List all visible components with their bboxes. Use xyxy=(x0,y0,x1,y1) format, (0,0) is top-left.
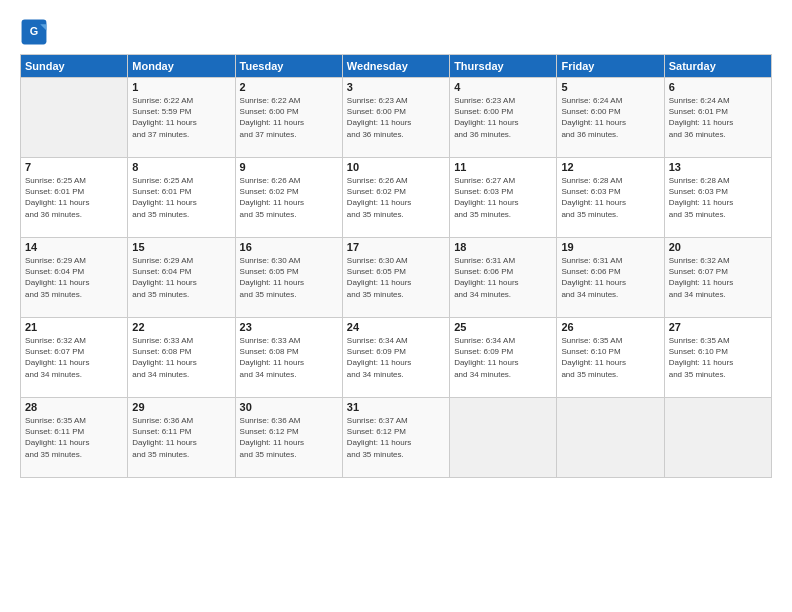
day-number: 12 xyxy=(561,161,659,173)
weekday-header: Friday xyxy=(557,55,664,78)
day-number: 6 xyxy=(669,81,767,93)
cell-content: Sunrise: 6:33 AM Sunset: 6:08 PM Dayligh… xyxy=(240,335,338,380)
calendar-cell: 26Sunrise: 6:35 AM Sunset: 6:10 PM Dayli… xyxy=(557,318,664,398)
weekday-header: Tuesday xyxy=(235,55,342,78)
cell-content: Sunrise: 6:32 AM Sunset: 6:07 PM Dayligh… xyxy=(669,255,767,300)
day-number: 13 xyxy=(669,161,767,173)
calendar-cell: 7Sunrise: 6:25 AM Sunset: 6:01 PM Daylig… xyxy=(21,158,128,238)
logo: G xyxy=(20,18,52,46)
calendar-header: SundayMondayTuesdayWednesdayThursdayFrid… xyxy=(21,55,772,78)
calendar-cell: 5Sunrise: 6:24 AM Sunset: 6:00 PM Daylig… xyxy=(557,78,664,158)
calendar-cell: 8Sunrise: 6:25 AM Sunset: 6:01 PM Daylig… xyxy=(128,158,235,238)
day-number: 30 xyxy=(240,401,338,413)
calendar-cell: 3Sunrise: 6:23 AM Sunset: 6:00 PM Daylig… xyxy=(342,78,449,158)
calendar-cell: 30Sunrise: 6:36 AM Sunset: 6:12 PM Dayli… xyxy=(235,398,342,478)
day-number: 9 xyxy=(240,161,338,173)
header-row: SundayMondayTuesdayWednesdayThursdayFrid… xyxy=(21,55,772,78)
cell-content: Sunrise: 6:29 AM Sunset: 6:04 PM Dayligh… xyxy=(25,255,123,300)
cell-content: Sunrise: 6:28 AM Sunset: 6:03 PM Dayligh… xyxy=(561,175,659,220)
cell-content: Sunrise: 6:24 AM Sunset: 6:00 PM Dayligh… xyxy=(561,95,659,140)
calendar-cell: 12Sunrise: 6:28 AM Sunset: 6:03 PM Dayli… xyxy=(557,158,664,238)
day-number: 22 xyxy=(132,321,230,333)
cell-content: Sunrise: 6:34 AM Sunset: 6:09 PM Dayligh… xyxy=(454,335,552,380)
calendar-cell: 23Sunrise: 6:33 AM Sunset: 6:08 PM Dayli… xyxy=(235,318,342,398)
cell-content: Sunrise: 6:26 AM Sunset: 6:02 PM Dayligh… xyxy=(240,175,338,220)
calendar-cell xyxy=(450,398,557,478)
cell-content: Sunrise: 6:25 AM Sunset: 6:01 PM Dayligh… xyxy=(132,175,230,220)
day-number: 1 xyxy=(132,81,230,93)
calendar-cell xyxy=(21,78,128,158)
day-number: 15 xyxy=(132,241,230,253)
day-number: 31 xyxy=(347,401,445,413)
weekday-header: Sunday xyxy=(21,55,128,78)
calendar-page: G SundayMondayTuesdayWednesdayThursdayFr… xyxy=(0,0,792,612)
cell-content: Sunrise: 6:32 AM Sunset: 6:07 PM Dayligh… xyxy=(25,335,123,380)
day-number: 20 xyxy=(669,241,767,253)
day-number: 18 xyxy=(454,241,552,253)
day-number: 28 xyxy=(25,401,123,413)
calendar-cell: 9Sunrise: 6:26 AM Sunset: 6:02 PM Daylig… xyxy=(235,158,342,238)
weekday-header: Saturday xyxy=(664,55,771,78)
cell-content: Sunrise: 6:22 AM Sunset: 6:00 PM Dayligh… xyxy=(240,95,338,140)
cell-content: Sunrise: 6:35 AM Sunset: 6:10 PM Dayligh… xyxy=(669,335,767,380)
calendar-cell: 19Sunrise: 6:31 AM Sunset: 6:06 PM Dayli… xyxy=(557,238,664,318)
calendar-cell: 16Sunrise: 6:30 AM Sunset: 6:05 PM Dayli… xyxy=(235,238,342,318)
day-number: 14 xyxy=(25,241,123,253)
calendar-body: 1Sunrise: 6:22 AM Sunset: 5:59 PM Daylig… xyxy=(21,78,772,478)
day-number: 2 xyxy=(240,81,338,93)
header: G xyxy=(20,18,772,46)
day-number: 3 xyxy=(347,81,445,93)
calendar-cell xyxy=(664,398,771,478)
calendar-cell: 28Sunrise: 6:35 AM Sunset: 6:11 PM Dayli… xyxy=(21,398,128,478)
day-number: 16 xyxy=(240,241,338,253)
day-number: 19 xyxy=(561,241,659,253)
calendar-cell: 21Sunrise: 6:32 AM Sunset: 6:07 PM Dayli… xyxy=(21,318,128,398)
day-number: 29 xyxy=(132,401,230,413)
cell-content: Sunrise: 6:36 AM Sunset: 6:12 PM Dayligh… xyxy=(240,415,338,460)
calendar-table: SundayMondayTuesdayWednesdayThursdayFrid… xyxy=(20,54,772,478)
calendar-cell: 20Sunrise: 6:32 AM Sunset: 6:07 PM Dayli… xyxy=(664,238,771,318)
cell-content: Sunrise: 6:24 AM Sunset: 6:01 PM Dayligh… xyxy=(669,95,767,140)
cell-content: Sunrise: 6:31 AM Sunset: 6:06 PM Dayligh… xyxy=(561,255,659,300)
day-number: 23 xyxy=(240,321,338,333)
cell-content: Sunrise: 6:35 AM Sunset: 6:10 PM Dayligh… xyxy=(561,335,659,380)
day-number: 26 xyxy=(561,321,659,333)
day-number: 10 xyxy=(347,161,445,173)
calendar-cell: 17Sunrise: 6:30 AM Sunset: 6:05 PM Dayli… xyxy=(342,238,449,318)
calendar-week-row: 21Sunrise: 6:32 AM Sunset: 6:07 PM Dayli… xyxy=(21,318,772,398)
day-number: 11 xyxy=(454,161,552,173)
cell-content: Sunrise: 6:27 AM Sunset: 6:03 PM Dayligh… xyxy=(454,175,552,220)
weekday-header: Thursday xyxy=(450,55,557,78)
calendar-cell: 27Sunrise: 6:35 AM Sunset: 6:10 PM Dayli… xyxy=(664,318,771,398)
calendar-cell: 4Sunrise: 6:23 AM Sunset: 6:00 PM Daylig… xyxy=(450,78,557,158)
cell-content: Sunrise: 6:25 AM Sunset: 6:01 PM Dayligh… xyxy=(25,175,123,220)
cell-content: Sunrise: 6:29 AM Sunset: 6:04 PM Dayligh… xyxy=(132,255,230,300)
day-number: 5 xyxy=(561,81,659,93)
day-number: 7 xyxy=(25,161,123,173)
day-number: 4 xyxy=(454,81,552,93)
calendar-cell: 15Sunrise: 6:29 AM Sunset: 6:04 PM Dayli… xyxy=(128,238,235,318)
calendar-week-row: 7Sunrise: 6:25 AM Sunset: 6:01 PM Daylig… xyxy=(21,158,772,238)
calendar-cell xyxy=(557,398,664,478)
day-number: 8 xyxy=(132,161,230,173)
cell-content: Sunrise: 6:30 AM Sunset: 6:05 PM Dayligh… xyxy=(347,255,445,300)
cell-content: Sunrise: 6:28 AM Sunset: 6:03 PM Dayligh… xyxy=(669,175,767,220)
cell-content: Sunrise: 6:33 AM Sunset: 6:08 PM Dayligh… xyxy=(132,335,230,380)
calendar-cell: 18Sunrise: 6:31 AM Sunset: 6:06 PM Dayli… xyxy=(450,238,557,318)
day-number: 17 xyxy=(347,241,445,253)
calendar-cell: 22Sunrise: 6:33 AM Sunset: 6:08 PM Dayli… xyxy=(128,318,235,398)
calendar-week-row: 14Sunrise: 6:29 AM Sunset: 6:04 PM Dayli… xyxy=(21,238,772,318)
weekday-header: Wednesday xyxy=(342,55,449,78)
calendar-cell: 2Sunrise: 6:22 AM Sunset: 6:00 PM Daylig… xyxy=(235,78,342,158)
calendar-cell: 14Sunrise: 6:29 AM Sunset: 6:04 PM Dayli… xyxy=(21,238,128,318)
calendar-cell: 13Sunrise: 6:28 AM Sunset: 6:03 PM Dayli… xyxy=(664,158,771,238)
weekday-header: Monday xyxy=(128,55,235,78)
cell-content: Sunrise: 6:22 AM Sunset: 5:59 PM Dayligh… xyxy=(132,95,230,140)
logo-icon: G xyxy=(20,18,48,46)
cell-content: Sunrise: 6:36 AM Sunset: 6:11 PM Dayligh… xyxy=(132,415,230,460)
cell-content: Sunrise: 6:30 AM Sunset: 6:05 PM Dayligh… xyxy=(240,255,338,300)
calendar-cell: 24Sunrise: 6:34 AM Sunset: 6:09 PM Dayli… xyxy=(342,318,449,398)
cell-content: Sunrise: 6:26 AM Sunset: 6:02 PM Dayligh… xyxy=(347,175,445,220)
cell-content: Sunrise: 6:34 AM Sunset: 6:09 PM Dayligh… xyxy=(347,335,445,380)
day-number: 25 xyxy=(454,321,552,333)
